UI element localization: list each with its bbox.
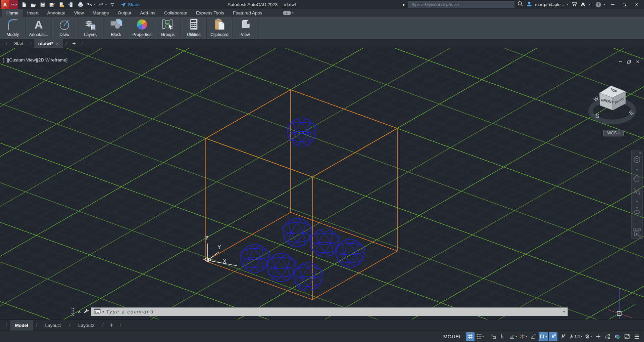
drawing-canvas[interactable]: [−][Custom View][2D Wireframe] × Z Y X T… bbox=[0, 48, 644, 319]
autodesk-dropdown-icon[interactable]: ▾ bbox=[589, 3, 590, 6]
customization-icon[interactable] bbox=[633, 332, 641, 341]
snap-mode-icon[interactable]: ▾ bbox=[476, 332, 485, 341]
redo-icon[interactable] bbox=[97, 1, 105, 8]
tab-layout2[interactable]: Layout2 bbox=[73, 320, 99, 331]
panel-properties[interactable]: Properties bbox=[129, 17, 155, 39]
pan-hand-icon[interactable] bbox=[633, 175, 641, 184]
snap-caret-icon[interactable]: ▾ bbox=[483, 335, 484, 338]
user-dropdown-icon[interactable]: ▾ bbox=[567, 3, 568, 6]
annotation-scale-value[interactable]: 1:1 bbox=[575, 334, 580, 339]
model-space-label[interactable]: MODEL bbox=[443, 334, 462, 339]
command-placeholder[interactable]: Type a command bbox=[106, 309, 561, 314]
isolate-objects-icon[interactable] bbox=[603, 332, 612, 341]
annoscale-caret-icon[interactable]: ▾ bbox=[581, 335, 582, 338]
command-expand-caret-icon[interactable]: ▾ bbox=[563, 310, 565, 313]
object-snap-icon[interactable]: ▾ bbox=[539, 332, 548, 341]
ribbon-display-toggle[interactable]: ▴ ▾ bbox=[283, 9, 294, 17]
command-customize-wrench-icon[interactable] bbox=[83, 308, 91, 315]
panel-view[interactable]: View bbox=[233, 17, 258, 39]
grid-icon[interactable] bbox=[466, 332, 475, 341]
panel-annotation[interactable]: A Annotati... bbox=[26, 17, 52, 39]
object-snap-tracking-icon[interactable] bbox=[529, 332, 538, 341]
search-icon[interactable] bbox=[517, 1, 524, 8]
search-expand-icon[interactable]: ▶ bbox=[403, 3, 405, 6]
osnap-caret-icon[interactable]: ▾ bbox=[546, 335, 547, 338]
save-as-icon[interactable] bbox=[48, 1, 56, 8]
redo-dropdown-icon[interactable]: ▾ bbox=[105, 3, 107, 6]
cart-icon[interactable] bbox=[571, 1, 577, 8]
workspace-caret-icon[interactable]: ▾ bbox=[590, 335, 592, 338]
navbar-minimize-icon[interactable]: ⊖ bbox=[639, 235, 641, 238]
open-folder-icon[interactable] bbox=[30, 1, 37, 8]
tab-home[interactable]: Home bbox=[2, 9, 23, 17]
panel-draw[interactable]: Draw bbox=[52, 17, 78, 39]
minimize-button[interactable] bbox=[608, 1, 617, 8]
help-dropdown-icon[interactable]: ▾ bbox=[604, 3, 605, 6]
viewport-controls-label[interactable]: [−][Custom View][2D Wireframe] bbox=[3, 57, 67, 62]
user-icon[interactable] bbox=[526, 1, 532, 8]
save-web-mobile-icon[interactable] bbox=[67, 1, 75, 8]
tab-insert[interactable]: Insert bbox=[23, 9, 43, 17]
ribbon-cycle-dropdown-icon[interactable]: ▾ bbox=[292, 11, 294, 14]
undo-dropdown-icon[interactable]: ▾ bbox=[94, 3, 95, 6]
infer-constraints-icon[interactable] bbox=[489, 332, 498, 341]
plot-icon[interactable] bbox=[77, 1, 84, 8]
panel-layers[interactable]: Layers bbox=[78, 17, 103, 39]
viewport-minimize-icon[interactable] bbox=[618, 59, 623, 64]
panel-modify[interactable]: Modify bbox=[0, 17, 26, 39]
ortho-icon[interactable] bbox=[499, 332, 508, 341]
new-drawing-button[interactable]: + bbox=[69, 39, 79, 48]
command-recent-caret-icon[interactable]: ▾ bbox=[103, 310, 104, 313]
autodesk-icon[interactable] bbox=[580, 1, 586, 8]
panel-utilities[interactable]: Utilities bbox=[181, 17, 207, 39]
navbar-caret-icon[interactable]: ▾ bbox=[636, 168, 638, 171]
file-tab-rddwt[interactable]: rd.dwt* × bbox=[34, 39, 63, 48]
autocad-logo[interactable]: A CAD bbox=[1, 0, 18, 9]
annotation-autoscale-icon[interactable] bbox=[558, 332, 567, 341]
tab-featured-apps[interactable]: Featured Apps bbox=[229, 9, 267, 17]
annotation-monitor-icon[interactable] bbox=[594, 332, 602, 341]
command-drag-handle[interactable] bbox=[71, 308, 75, 316]
navigation-wheel-icon[interactable] bbox=[633, 156, 641, 165]
share-button[interactable]: Share bbox=[120, 2, 140, 7]
close-button[interactable]: × bbox=[632, 1, 641, 8]
viewport-close-icon[interactable]: × bbox=[635, 59, 640, 64]
tab-model[interactable]: Model bbox=[10, 320, 33, 331]
tab-output[interactable]: Output bbox=[113, 9, 136, 17]
navigation-bar[interactable]: ⊗ ▾ ▾ ⊖ bbox=[631, 151, 643, 239]
wcs-dropdown[interactable]: WCS ▾ bbox=[603, 130, 624, 136]
new-layout-button[interactable]: + bbox=[107, 320, 117, 331]
tab-addins[interactable]: Add-ins bbox=[136, 9, 160, 17]
qat-customize-icon[interactable] bbox=[109, 1, 116, 8]
tab-collaborate[interactable]: Collaborate bbox=[160, 9, 192, 17]
command-close-icon[interactable]: × bbox=[76, 309, 83, 314]
command-prompt-icon[interactable] bbox=[94, 308, 101, 315]
help-icon[interactable]: ? bbox=[596, 2, 601, 7]
clean-screen-icon[interactable] bbox=[623, 332, 632, 341]
annotation-visibility-icon[interactable] bbox=[549, 332, 557, 341]
new-file-icon[interactable] bbox=[20, 1, 28, 8]
undo-icon[interactable] bbox=[86, 1, 93, 8]
polar-tracking-icon[interactable]: ▾ bbox=[509, 332, 518, 341]
search-input[interactable] bbox=[408, 1, 514, 8]
isodraft-icon[interactable]: ▾ bbox=[519, 332, 528, 341]
tab-view[interactable]: View bbox=[70, 9, 88, 17]
polar-caret-icon[interactable]: ▾ bbox=[516, 335, 517, 338]
viewport-restore-icon[interactable] bbox=[627, 59, 631, 64]
tab-manage[interactable]: Manage bbox=[88, 9, 113, 17]
save-icon[interactable] bbox=[39, 1, 46, 8]
file-tab-start[interactable]: Start bbox=[10, 39, 27, 48]
panel-groups[interactable]: Groups bbox=[155, 17, 181, 39]
annotation-scale-icon[interactable]: 1:1 ▾ bbox=[568, 332, 583, 341]
panel-block[interactable]: Block bbox=[103, 17, 129, 39]
isodraft-caret-icon[interactable]: ▾ bbox=[526, 335, 527, 338]
orbit-icon[interactable] bbox=[633, 207, 641, 216]
workspace-gear-icon[interactable]: ⚙ ▾ bbox=[584, 332, 593, 341]
graphics-performance-icon[interactable] bbox=[613, 332, 622, 341]
command-input[interactable]: ▾ Type a command ▾ bbox=[91, 307, 568, 316]
file-tab-close-icon[interactable]: × bbox=[56, 41, 59, 46]
tab-annotate[interactable]: Annotate bbox=[43, 9, 70, 17]
tab-layout1[interactable]: Layout1 bbox=[40, 320, 66, 331]
navbar-caret-icon[interactable]: ▾ bbox=[636, 200, 638, 203]
zoom-extents-icon[interactable] bbox=[633, 187, 641, 197]
